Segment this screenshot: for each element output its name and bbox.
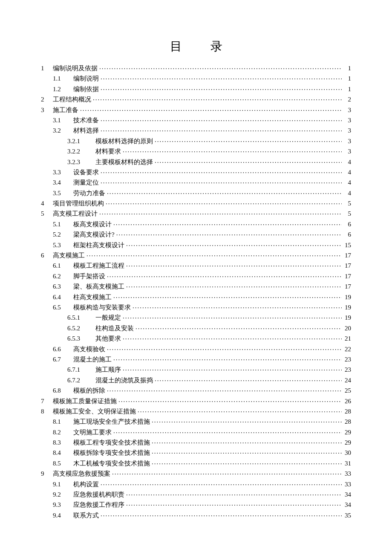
toc-section-number: 6.7.2 [67, 377, 95, 384]
toc-entry[interactable]: 6.4柱高支模施工19 [41, 293, 351, 301]
toc-entry[interactable]: 5.2梁高支模设计?6 [41, 230, 351, 238]
toc-page-number: 25 [343, 387, 351, 394]
toc-entry[interactable]: 9.2应急救援机构职责34 [41, 490, 351, 498]
toc-leader-dots [101, 116, 342, 122]
toc-section-number: 3.5 [53, 190, 73, 197]
toc-page-number: 23 [343, 356, 351, 363]
toc-leader-dots [101, 480, 342, 486]
toc-chapter-number: 3 [41, 107, 53, 113]
toc-page-number: 34 [343, 502, 351, 508]
toc-entry[interactable]: 8.2文明施工要求29 [41, 428, 351, 436]
toc-entry[interactable]: 3.2.1模板材料选择的原则3 [41, 137, 351, 145]
toc-page-number: 22 [343, 346, 351, 353]
toc-leader-dots [155, 376, 342, 382]
toc-entry[interactable]: 6.7.1施工顺序23 [41, 365, 351, 373]
toc-page-number: 3 [343, 138, 351, 145]
toc-entry[interactable]: 3.2.2材料要求3 [41, 147, 351, 155]
toc-entry[interactable]: 6高支模施工17 [41, 251, 351, 259]
toc-entry[interactable]: 9.4联系方式35 [41, 511, 351, 519]
toc-page-number: 24 [343, 377, 351, 384]
toc-entry[interactable]: 3.2.3主要模板材料的选择4 [41, 158, 351, 165]
toc-entry[interactable]: 6.5.3其他要求21 [41, 334, 351, 342]
toc-section-number: 6.6 [53, 346, 73, 353]
toc-entry-label: 高支模工程设计 [53, 211, 98, 217]
toc-entry[interactable]: 9高支模应急救援预案33 [41, 469, 351, 477]
toc-section-number: 1.1 [53, 75, 73, 82]
toc-entry[interactable]: 3.3设备要求4 [41, 168, 351, 176]
toc-leader-dots [99, 209, 342, 216]
toc-entry[interactable]: 6.7混凝土的施工23 [41, 355, 351, 363]
toc-entry-label: 施工准备 [53, 107, 78, 113]
toc-entry[interactable]: 2工程结构概况2 [41, 95, 351, 103]
toc-leader-dots [116, 230, 342, 237]
toc-leader-dots [101, 126, 342, 133]
toc-entry-label: 模板工程专项安全技术措施 [73, 439, 150, 446]
toc-page-number: 30 [343, 450, 351, 456]
toc-entry[interactable]: 6.5模板构造与安装要求19 [41, 303, 351, 311]
toc-leader-dots [126, 500, 342, 507]
toc-entry[interactable]: 3施工准备3 [41, 106, 351, 113]
toc-page-number: 20 [343, 325, 351, 332]
toc-chapter-number: 7 [41, 398, 53, 405]
toc-entry[interactable]: 1编制说明及依据1 [41, 64, 351, 72]
toc-leader-dots [126, 490, 342, 497]
toc-leader-dots [113, 293, 342, 299]
toc-entry[interactable]: 6.1模板工程施工流程17 [41, 261, 351, 269]
toc-entry-label: 劳动力准备 [73, 190, 105, 197]
toc-section-number: 3.4 [53, 179, 73, 186]
toc-leader-dots [80, 106, 342, 112]
toc-entry[interactable]: 5.3框架柱高支模设计15 [41, 241, 351, 249]
toc-entry[interactable]: 6.5.1一般规定19 [41, 313, 351, 321]
toc-leader-dots [107, 386, 342, 393]
toc-leader-dots [152, 438, 342, 445]
toc-entry[interactable]: 1.1编制说明1 [41, 74, 351, 82]
toc-section-number: 3.2 [53, 127, 73, 134]
toc-entry[interactable]: 6.5.2柱构造及安装20 [41, 324, 351, 332]
toc-page-number: 33 [343, 481, 351, 488]
toc-entry-label: 机构设置 [73, 481, 99, 488]
toc-section-number: 9.4 [53, 512, 73, 519]
toc-section-number: 3.3 [53, 169, 73, 176]
toc-chapter-number: 2 [41, 96, 53, 103]
toc-entry[interactable]: 1.2编制依据1 [41, 85, 351, 92]
toc-leader-dots [118, 397, 342, 403]
toc-section-number: 3.2.1 [67, 138, 95, 145]
toc-entry[interactable]: 9.1机构设置33 [41, 480, 351, 488]
toc-entry[interactable]: 6.8模板的拆除25 [41, 386, 351, 394]
toc-leader-dots [126, 282, 342, 289]
toc-entry[interactable]: 4项目管理组织机构5 [41, 199, 351, 207]
toc-entry-label: 模板工程施工流程 [73, 263, 124, 269]
toc-entry-label: 材料选择 [73, 127, 99, 134]
toc-chapter-number: 8 [41, 408, 53, 415]
toc-entry[interactable]: 6.6高支模验收22 [41, 345, 351, 353]
toc-entry-label: 模板拆除专项安全技术措施 [73, 450, 150, 456]
toc-leader-dots [101, 74, 342, 81]
toc-entry[interactable]: 8.1施工现场安全生产技术措施28 [41, 417, 351, 425]
toc-entry[interactable]: 6.7.2混凝土的浇筑及振捣24 [41, 376, 351, 384]
toc-page-number: 6 [343, 231, 351, 238]
toc-page-number: 19 [343, 294, 351, 301]
toc-entry[interactable]: 3.5劳动力准备4 [41, 189, 351, 197]
page-title: 目 录 [41, 38, 351, 55]
toc-entry[interactable]: 3.4测量定位4 [41, 178, 351, 186]
toc-leader-dots [133, 303, 342, 309]
toc-entry-label: 柱构造及安装 [95, 325, 134, 332]
toc-entry[interactable]: 5.1板高支模设计6 [41, 220, 351, 228]
toc-leader-dots [123, 147, 342, 153]
toc-leader-dots [126, 241, 342, 247]
toc-entry[interactable]: 6.2脚手架搭设17 [41, 272, 351, 280]
toc-section-number: 6.4 [53, 294, 73, 301]
toc-entry[interactable]: 5高支模工程设计5 [41, 209, 351, 217]
toc-entry[interactable]: 8.3模板工程专项安全技术措施29 [41, 438, 351, 446]
toc-entry[interactable]: 3.2材料选择3 [41, 126, 351, 134]
toc-entry[interactable]: 3.1技术准备3 [41, 116, 351, 124]
toc-entry-label: 施工现场安全生产技术措施 [73, 419, 150, 425]
toc-entry[interactable]: 8模板施工安全、文明保证措施28 [41, 407, 351, 415]
toc-entry[interactable]: 7模板施工质量保证措施26 [41, 397, 351, 405]
toc-section-number: 1.2 [53, 86, 73, 92]
toc-section-number: 8.3 [53, 439, 73, 446]
toc-entry[interactable]: 8.4模板拆除专项安全技术措施30 [41, 448, 351, 456]
toc-entry[interactable]: 8.5木工机械专项安全技术措施31 [41, 459, 351, 467]
toc-entry[interactable]: 9.3应急救援工作程序34 [41, 500, 351, 508]
toc-entry[interactable]: 6.3梁、板高支模施工17 [41, 282, 351, 290]
